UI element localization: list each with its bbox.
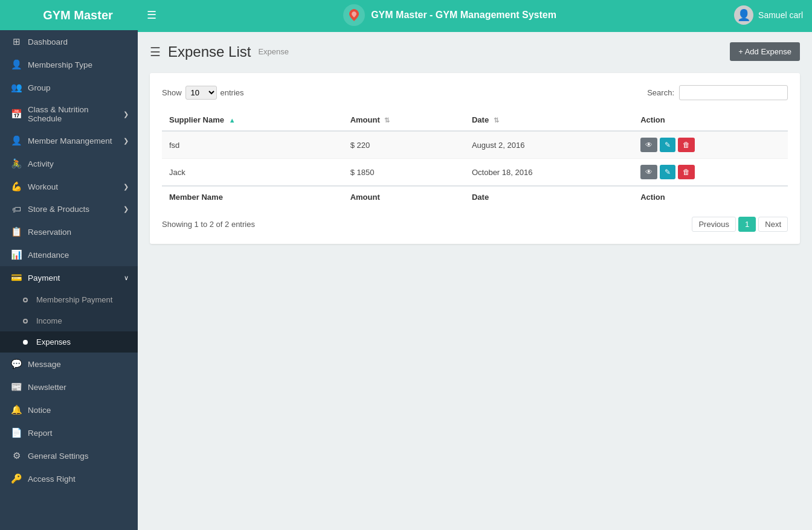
- sidebar-item-membership-payment[interactable]: Membership Payment: [0, 289, 138, 310]
- sidebar-label-notice: Notice: [28, 406, 129, 415]
- col-action: Action: [633, 109, 788, 131]
- sidebar-item-report[interactable]: 📄 Report: [0, 421, 138, 444]
- sidebar-item-access-right[interactable]: 🔑 Access Right: [0, 467, 138, 490]
- activity-icon: 🚴: [11, 158, 22, 169]
- row1-view-button[interactable]: 👁: [640, 138, 657, 152]
- sidebar-item-attendance[interactable]: 📊 Attendance: [0, 243, 138, 266]
- hamburger-icon: ☰: [150, 45, 161, 59]
- notice-icon: 🔔: [11, 404, 22, 415]
- workout-arrow: ❯: [123, 183, 129, 191]
- footer-col-action: Action: [633, 186, 788, 208]
- main-content: ☰ Expense List Expense + Add Expense Sho…: [138, 30, 812, 530]
- col-amount[interactable]: Amount ⇅: [343, 109, 465, 131]
- row1-edit-button[interactable]: ✎: [660, 138, 675, 152]
- add-expense-button[interactable]: + Add Expense: [730, 42, 800, 61]
- col-supplier-name[interactable]: Supplier Name ▲: [162, 109, 343, 131]
- brand-logo: GYM Master: [9, 8, 147, 22]
- user-avatar: 👤: [734, 5, 753, 25]
- sidebar-item-class-nutrition[interactable]: 📅 Class & Nutrition Schedule ❯: [0, 99, 138, 129]
- row1-delete-button[interactable]: 🗑: [678, 138, 695, 152]
- search-input[interactable]: [679, 85, 788, 100]
- page-title: Expense List: [168, 43, 251, 60]
- sidebar-label-membership-payment: Membership Payment: [36, 295, 129, 304]
- member-management-icon: 👤: [11, 135, 22, 146]
- sidebar-toggle-icon[interactable]: ☰: [147, 8, 156, 22]
- sidebar-item-expenses[interactable]: Expenses: [0, 331, 138, 353]
- payment-submenu: Membership Payment Income Expenses: [0, 289, 138, 353]
- sidebar-label-reservation: Reservation: [28, 228, 129, 237]
- row2-edit-button[interactable]: ✎: [660, 165, 675, 179]
- pagination: Previous 1 Next: [692, 217, 788, 232]
- table-row: fsd $ 220 August 2, 2016 👁 ✎ 🗑: [162, 131, 788, 159]
- sidebar-item-group[interactable]: 👥 Group: [0, 76, 138, 99]
- topbar-center: GYM Master - GYM Management System: [166, 4, 734, 26]
- expenses-dot: [23, 340, 28, 345]
- search-label: Search:: [647, 88, 674, 97]
- sidebar-item-membership-type[interactable]: 👤 Membership Type: [0, 53, 138, 76]
- table-controls: Show 10 25 50 100 entries Search:: [162, 85, 788, 100]
- sidebar-item-message[interactable]: 💬 Message: [0, 353, 138, 375]
- general-settings-icon: ⚙: [11, 450, 22, 461]
- sidebar-item-reservation[interactable]: 📋 Reservation: [0, 220, 138, 243]
- payment-icon: 💳: [11, 272, 22, 283]
- sidebar-item-store-products[interactable]: 🏷 Store & Products ❯: [0, 198, 138, 220]
- next-page-button[interactable]: Next: [758, 217, 788, 232]
- access-right-icon: 🔑: [11, 473, 22, 484]
- user-menu[interactable]: 👤 Samuel carl: [734, 5, 803, 25]
- group-icon: 👥: [11, 82, 22, 93]
- accent-line: [138, 30, 812, 32]
- show-entries-select[interactable]: 10 25 50 100: [185, 86, 217, 100]
- row2-delete-button[interactable]: 🗑: [678, 165, 695, 179]
- expense-table: Supplier Name ▲ Amount ⇅ Date ⇅ Action: [162, 109, 788, 208]
- footer-col-date: Date: [465, 186, 633, 208]
- expense-card: Show 10 25 50 100 entries Search:: [150, 73, 800, 244]
- show-label: Show: [162, 88, 182, 97]
- table-row: Jack $ 1850 October 18, 2016 👁 ✎ 🗑: [162, 159, 788, 187]
- row2-amount: $ 1850: [343, 159, 465, 187]
- topbar: GYM Master ☰ GYM Master - GYM Management…: [0, 0, 812, 30]
- sidebar-label-membership-type: Membership Type: [28, 60, 129, 69]
- sidebar-item-dashboard[interactable]: ⊞ Dashboard: [0, 30, 138, 53]
- sidebar-label-store-products: Store & Products: [28, 205, 117, 214]
- sidebar-label-dashboard: Dashboard: [28, 37, 129, 46]
- page-header: ☰ Expense List Expense + Add Expense: [150, 42, 800, 61]
- sidebar-item-general-settings[interactable]: ⚙ General Settings: [0, 444, 138, 467]
- row1-supplier: fsd: [162, 131, 343, 159]
- amount-sort-icon: ⇅: [384, 117, 390, 124]
- sidebar-item-activity[interactable]: 🚴 Activity: [0, 152, 138, 175]
- sidebar-label-income: Income: [36, 316, 129, 325]
- sidebar-item-payment[interactable]: 💳 Payment ∨: [0, 266, 138, 289]
- membership-type-icon: 👤: [11, 59, 22, 70]
- sidebar-item-workout[interactable]: 💪 Workout ❯: [0, 175, 138, 198]
- sidebar-item-income[interactable]: Income: [0, 310, 138, 331]
- col-supplier-name-label: Supplier Name: [169, 115, 224, 124]
- gym-logo-icon: [343, 4, 365, 26]
- newsletter-icon: 📰: [11, 382, 22, 392]
- member-management-arrow: ❯: [123, 137, 129, 145]
- sidebar-label-newsletter: Newsletter: [28, 383, 129, 392]
- table-header-row: Supplier Name ▲ Amount ⇅ Date ⇅ Action: [162, 109, 788, 131]
- row2-supplier: Jack: [162, 159, 343, 187]
- col-date-label: Date: [472, 115, 489, 124]
- sidebar-label-attendance: Attendance: [28, 251, 129, 260]
- previous-page-button[interactable]: Previous: [692, 217, 736, 232]
- sidebar-item-member-management[interactable]: 👤 Member Manangement ❯: [0, 129, 138, 152]
- sidebar-label-payment: Payment: [28, 273, 118, 283]
- report-icon: 📄: [11, 427, 22, 438]
- col-date[interactable]: Date ⇅: [465, 109, 633, 131]
- row1-action: 👁 ✎ 🗑: [633, 131, 788, 159]
- current-page-button[interactable]: 1: [738, 217, 756, 232]
- sidebar-item-notice[interactable]: 🔔 Notice: [0, 398, 138, 421]
- sidebar-item-newsletter[interactable]: 📰 Newsletter: [0, 375, 138, 398]
- attendance-icon: 📊: [11, 249, 22, 260]
- row2-date: October 18, 2016: [465, 159, 633, 187]
- row1-action-btns: 👁 ✎ 🗑: [640, 138, 781, 152]
- class-nutrition-arrow: ❯: [123, 110, 129, 118]
- workout-icon: 💪: [11, 181, 22, 192]
- income-dot: [23, 319, 28, 324]
- dashboard-icon: ⊞: [11, 36, 22, 47]
- sidebar-label-member-management: Member Manangement: [28, 136, 117, 145]
- row1-date: August 2, 2016: [465, 131, 633, 159]
- row2-view-button[interactable]: 👁: [640, 165, 657, 179]
- show-entries-area: Show 10 25 50 100 entries: [162, 86, 244, 100]
